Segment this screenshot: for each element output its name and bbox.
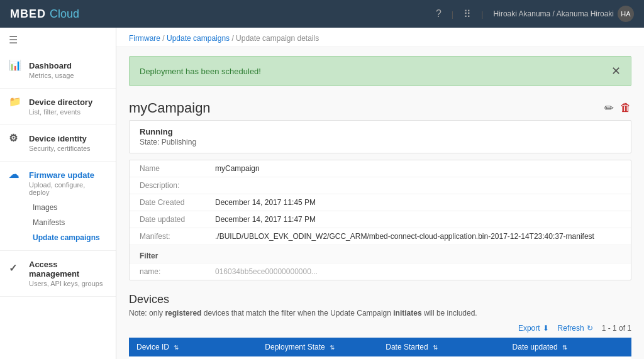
campaign-header: myCampaign ✏ 🗑	[116, 95, 644, 120]
sort-device-id-icon: ⇅	[174, 344, 179, 351]
cell-date-updated: December 14, 2017 11:47 PM	[505, 356, 631, 359]
sidebar-sub-dashboard: Metrics, usage	[0, 72, 116, 83]
edit-icon[interactable]: ✏	[604, 101, 614, 115]
table-toolbar: Export ⬇ Refresh ↻ 1 - 1 of 1	[129, 324, 631, 333]
sidebar-sub-device-directory: List, filter, events	[0, 108, 116, 119]
devices-table: Device ID ⇅ Deployment State ⇅ Date Star…	[129, 338, 631, 359]
body-layout: ☰ 📊 Dashboard Metrics, usage 📁 Device di…	[0, 28, 644, 359]
devices-note: Note: only registered devices that match…	[129, 309, 631, 318]
sidebar-item-dashboard[interactable]: 📊 Dashboard	[0, 57, 116, 72]
logo-cloud: Cloud	[50, 8, 79, 21]
col-deployment-state[interactable]: Deployment State ⇅	[257, 338, 378, 356]
detail-description: Description:	[130, 177, 631, 194]
sidebar-toggle[interactable]: ☰	[0, 28, 116, 52]
main-content: Firmware / Update campaigns / Update cam…	[116, 28, 644, 359]
sidebar-section-device-directory: 📁 Device directory List, filter, events	[0, 89, 116, 125]
filter-section-label: Filter	[130, 245, 631, 263]
sidebar-sub-firmware: Upload, configure, deploy	[0, 181, 116, 200]
col-date-started[interactable]: Date Started ⇅	[378, 338, 504, 356]
breadcrumb-current: Update campaign details	[236, 34, 319, 43]
campaign-title: myCampaign	[129, 100, 211, 116]
status-card: Running State: Publishing	[129, 120, 631, 153]
filter-name: name: 016034bb5ece00000000000...	[130, 263, 631, 280]
detail-date-updated: Date updated December 14, 2017 11:47 PM	[130, 211, 631, 228]
sidebar-item-manifests[interactable]: Manifests	[0, 215, 116, 230]
sidebar-sub-access: Users, API keys, groups	[0, 280, 116, 291]
breadcrumb-update-campaigns[interactable]: Update campaigns	[167, 34, 230, 43]
pagination: 1 - 1 of 1	[602, 324, 631, 333]
table-row: 016034bb5ece00000000000... updated_conne…	[129, 356, 631, 359]
detail-name: Name myCampaign	[130, 160, 631, 177]
access-icon: ✓	[9, 262, 17, 274]
sidebar-section-dashboard: 📊 Dashboard Metrics, usage	[0, 52, 116, 89]
alert-message: Deployment has been scheduled!	[140, 67, 261, 76]
device-directory-icon: 📁	[9, 95, 21, 107]
sidebar-section-device-identity: ⚙ Device identity Security, certificates	[0, 125, 116, 162]
sidebar-item-images[interactable]: Images	[0, 200, 116, 215]
avatar: HA	[618, 6, 634, 22]
sidebar-sub-device-identity: Security, certificates	[0, 145, 116, 156]
detail-date-created: Date Created December 14, 2017 11:45 PM	[130, 194, 631, 211]
breadcrumb: Firmware / Update campaigns / Update cam…	[116, 28, 644, 47]
cell-deployment-state: updated_connector_channel	[257, 356, 378, 359]
sidebar-item-firmware[interactable]: ☁ Firmware update	[0, 167, 116, 181]
status-state: State: Publishing	[140, 138, 621, 146]
top-nav-right: ? | ⠿ | Hiroaki Akanuma / Akanuma Hiroak…	[436, 6, 634, 22]
sidebar-section-firmware: ☁ Firmware update Upload, configure, dep…	[0, 162, 116, 251]
details-card: Name myCampaign Description: Date Create…	[129, 160, 631, 280]
sort-date-started-icon: ⇅	[433, 344, 438, 351]
sidebar: ☰ 📊 Dashboard Metrics, usage 📁 Device di…	[0, 28, 116, 359]
alert-close-button[interactable]: ✕	[611, 64, 621, 78]
sidebar-item-device-identity[interactable]: ⚙ Device identity	[0, 130, 116, 145]
export-button[interactable]: Export ⬇	[518, 324, 549, 333]
refresh-icon: ↻	[587, 324, 593, 333]
help-icon[interactable]: ?	[436, 8, 441, 19]
refresh-label: Refresh	[558, 324, 584, 333]
device-identity-icon: ⚙	[9, 131, 18, 143]
alert-success: Deployment has been scheduled! ✕	[129, 56, 631, 86]
sidebar-item-device-directory[interactable]: 📁 Device directory	[0, 94, 116, 108]
col-date-updated[interactable]: Date updated ⇅	[505, 338, 631, 356]
export-icon: ⬇	[543, 324, 549, 333]
sidebar-section-access: ✓ Access management Users, API keys, gro…	[0, 251, 116, 297]
devices-section: Devices Note: only registered devices th…	[116, 287, 644, 359]
refresh-button[interactable]: Refresh ↻	[558, 324, 593, 333]
sidebar-item-update-campaigns[interactable]: Update campaigns	[0, 230, 116, 245]
user-name: Hiroaki Akanuma / Akanuma Hiroaki	[494, 9, 614, 18]
campaign-actions: ✏ 🗑	[604, 101, 631, 115]
top-nav: MBED Cloud ? | ⠿ | Hiroaki Akanuma / Aka…	[0, 0, 644, 28]
detail-manifest: Manifest: ./BUILD/UBLOX_EVK_ODIN_W2/GCC_…	[130, 228, 631, 245]
firmware-icon: ☁	[9, 168, 19, 180]
sort-date-updated-icon: ⇅	[562, 344, 567, 351]
export-label: Export	[518, 324, 540, 333]
logo: MBED Cloud	[10, 8, 79, 21]
dashboard-icon: 📊	[9, 58, 21, 70]
sort-deployment-state-icon: ⇅	[330, 344, 335, 351]
devices-title: Devices	[129, 293, 631, 306]
cell-date-started: December 14, 2017 11:47 PM	[378, 356, 504, 359]
logo-mbed: MBED	[10, 8, 46, 21]
user-menu[interactable]: Hiroaki Akanuma / Akanuma Hiroaki HA	[494, 6, 634, 22]
delete-icon[interactable]: 🗑	[620, 101, 631, 115]
status-running: Running	[140, 127, 621, 136]
col-device-id[interactable]: Device ID ⇅	[129, 338, 257, 356]
sidebar-item-access[interactable]: ✓ Access management	[0, 256, 116, 280]
cell-device-id: 016034bb5ece00000000000...	[129, 356, 257, 359]
menu-dots-icon[interactable]: ⠿	[464, 8, 471, 20]
breadcrumb-firmware[interactable]: Firmware	[129, 34, 160, 43]
